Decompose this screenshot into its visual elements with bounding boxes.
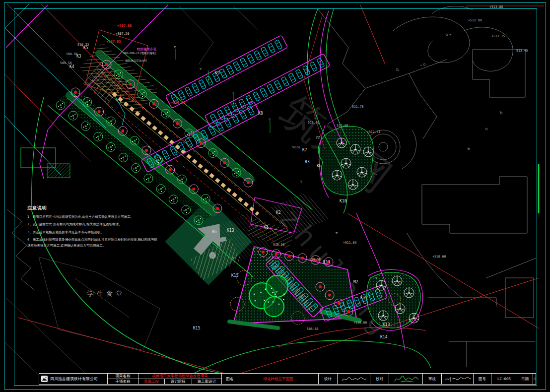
cad-canvas: 筑龙网zhulong	[0, 0, 550, 392]
date-label: 日期	[517, 374, 533, 384]
plan-label: K13	[227, 228, 234, 233]
note-item: 2、设计坐标方式:所有标高均为绝对标高,相关做法详见图纸标注。	[27, 222, 157, 227]
plan-label: +	[467, 147, 469, 151]
check-label: 校对	[370, 374, 389, 384]
plan-label: ▽	[200, 67, 202, 71]
parking-stall-icon	[261, 47, 268, 57]
plan-label: K9	[215, 71, 220, 75]
plan-label: +507.20	[116, 32, 129, 36]
notes-list: 1、该项目所有尺寸均以现场实测为准,由业主方核实确认无误后方可施工。2、设计坐标…	[27, 214, 157, 249]
plan-label: R3	[305, 160, 310, 164]
checker-signature	[389, 374, 422, 384]
plan-label: 513.45	[516, 49, 528, 53]
plan-label: 5H130	[292, 146, 300, 149]
plan-label: 铺装做法详见大样	[125, 59, 147, 63]
plan-label: 511.76	[352, 105, 364, 109]
number-label: 图号	[473, 374, 491, 384]
plan-label: 学生食堂	[87, 290, 125, 297]
site-plan-drawing: 筑龙网zhulong	[0, 0, 550, 392]
plan-label: ▽	[336, 231, 338, 235]
plan-label: +507.03	[106, 40, 121, 44]
plan-label: +512.15	[491, 34, 505, 38]
plan-label: +	[449, 33, 451, 37]
flower-speck	[273, 292, 274, 293]
parking-stall-icon	[206, 76, 213, 86]
plan-label: 510.58	[309, 258, 321, 261]
flower-speck	[268, 301, 269, 302]
plan-label: K7	[302, 148, 307, 152]
plan-label: 510.50	[273, 243, 285, 247]
note-item: 1、该项目所有尺寸均以现场实测为准,由业主方核实确认无误后方可施工。	[27, 214, 157, 220]
plan-label: K6	[317, 164, 322, 168]
parking-stall-icon	[281, 76, 289, 86]
plan-label: 校园健身步道	[137, 47, 157, 51]
flower-speck	[271, 288, 272, 289]
company-logo	[41, 376, 48, 382]
parking-stall-icon	[254, 51, 261, 61]
mountain-logo-icon	[42, 376, 47, 382]
parking-stall-icon	[295, 69, 303, 79]
plan-label: 508.68	[307, 327, 319, 331]
plan-label: K14	[380, 335, 388, 339]
plan-label: ▽	[300, 180, 303, 184]
parking-stall-icon	[317, 58, 324, 68]
plan-label: +510.60	[432, 255, 446, 259]
plan-label: ▽	[269, 118, 271, 122]
green-tree-icon	[94, 132, 103, 141]
flower-speck	[275, 296, 276, 297]
tree-canopy-cluster	[264, 297, 284, 317]
parking-stall-icon	[185, 138, 193, 148]
parking-stall-icon	[226, 65, 234, 75]
plan-label: K1	[264, 225, 269, 230]
parking-stall-icon	[240, 58, 248, 67]
parking-stall-icon	[274, 80, 281, 90]
green-tree-icon	[81, 122, 90, 131]
plan-label: +510.66	[353, 321, 367, 325]
parking-stall-icon	[253, 91, 260, 101]
plan-label: K12	[360, 296, 368, 300]
plan-label: 510.23	[77, 43, 89, 47]
parking-stall-icon	[192, 83, 199, 93]
designer-signature	[337, 374, 370, 384]
green-tree-icon	[69, 111, 77, 120]
plan-label: 509.58	[60, 61, 72, 65]
subitem-name: 景观工程	[138, 379, 164, 384]
flower-speck	[278, 304, 279, 305]
note-item: 3、所选苗木规格及栽植要求详见苗木表与种植说明。	[27, 230, 157, 235]
company-cell: 四川浩吉建筑设计有限公司	[39, 374, 107, 384]
design-label: 设计	[318, 374, 337, 384]
flower-speck	[260, 292, 261, 293]
title-block: 四川浩吉建筑设计有限公司 项目名称 成都理工大学校前区综合改造项目 子项名称 景…	[39, 373, 536, 385]
green-tree-icon	[106, 142, 115, 151]
stage-label: 设计阶段	[164, 379, 192, 384]
review-label: 审核	[422, 374, 441, 384]
signature-scribble-icon	[340, 375, 368, 383]
plan-label: 300×300-C1(花岗石铺装)	[123, 52, 156, 55]
plan-label: K2	[276, 210, 281, 215]
plan-label: +	[397, 68, 399, 72]
plan-label: K13	[383, 323, 390, 327]
parking-stall-icon	[199, 79, 206, 89]
plan-label: +	[499, 110, 501, 114]
plan-label: K10	[340, 199, 347, 203]
plan-label: 508.98	[66, 52, 78, 56]
plan-label: ▽	[232, 91, 235, 95]
plan-label: +513.88	[489, 5, 503, 9]
parking-stall-icon	[233, 62, 241, 71]
stage-value: 施工图设计	[192, 379, 221, 384]
parking-stall-icon	[219, 68, 227, 78]
plan-label: K15	[231, 273, 239, 278]
signature-scribble-icon	[444, 375, 472, 383]
plan-label: K8	[258, 111, 263, 116]
green-tree-icon	[119, 153, 128, 162]
note-item: 4、施工放线时所有建筑及绿化带单体点应同时放线,注意控制点校对时的衔接,确认图纸…	[27, 237, 157, 249]
flower-speck	[283, 294, 284, 295]
flower-speck	[254, 294, 255, 295]
parking-stall-icon	[162, 150, 169, 160]
project-name: 成都理工大学校前区综合改造项目	[138, 374, 221, 379]
plan-label: 22	[316, 135, 320, 139]
drawing-number: LC-005	[491, 374, 517, 384]
plan-label: R6	[212, 230, 217, 234]
date-value: 2020.02	[533, 374, 536, 384]
parking-stall-icon	[185, 87, 192, 97]
